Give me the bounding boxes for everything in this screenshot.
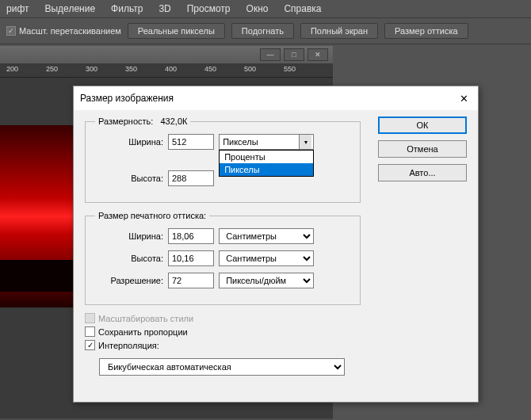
menu-item[interactable]: рифт xyxy=(6,3,29,14)
menu-bar: рифт Выделение Фильтр 3D Просмотр Окно С… xyxy=(0,0,531,17)
width-unit-select[interactable]: Пикселы ▾ xyxy=(219,134,314,150)
print-size-button[interactable]: Размер оттиска xyxy=(384,23,468,39)
print-height-input[interactable] xyxy=(168,250,214,266)
close-icon[interactable]: ✕ xyxy=(308,48,328,61)
checkbox-icon: ✓ xyxy=(85,340,95,350)
auto-button[interactable]: Авто... xyxy=(378,164,467,181)
ruler-tick: 450 xyxy=(204,65,216,73)
actual-pixels-button[interactable]: Реальные пикселы xyxy=(128,23,225,39)
cancel-button[interactable]: Отмена xyxy=(378,140,467,158)
ruler-tick: 550 xyxy=(284,65,296,73)
dialog-buttons: ОК Отмена Авто... xyxy=(378,116,467,181)
interpolation-check[interactable]: ✓ Интерполяция: xyxy=(85,340,467,350)
unit-option-pixels[interactable]: Пикселы xyxy=(220,163,313,176)
maximize-icon[interactable]: □ xyxy=(284,48,304,61)
checkbox-icon xyxy=(85,326,95,337)
print-width-input[interactable] xyxy=(168,228,214,244)
dims-value: 432,0К xyxy=(161,116,188,126)
close-icon[interactable]: ✕ xyxy=(456,90,472,106)
ruler-horizontal: 200 250 300 350 400 450 500 550 xyxy=(0,63,333,78)
doc-titlebar: — □ ✕ xyxy=(0,46,333,63)
ruler-tick: 350 xyxy=(125,65,137,73)
constrain-proportions-check[interactable]: Сохранить пропорции xyxy=(85,326,467,337)
ruler-tick: 300 xyxy=(86,65,97,73)
menu-item[interactable]: Просмотр xyxy=(187,3,231,14)
width-unit-value: Пикселы xyxy=(223,137,258,147)
ok-button[interactable]: ОК xyxy=(378,116,467,134)
scale-drag-label: Масшт. перетаскиванием xyxy=(19,26,121,36)
chevron-down-icon: ▾ xyxy=(299,135,311,149)
resolution-input[interactable] xyxy=(168,273,214,288)
unit-option-percent[interactable]: Проценты xyxy=(220,151,313,163)
pixel-dims-legend: Размерность: 432,0К xyxy=(95,116,190,126)
minimize-icon[interactable]: — xyxy=(260,48,281,61)
resolution-label: Разрешение: xyxy=(95,276,163,285)
width-input[interactable] xyxy=(168,134,214,150)
menu-item[interactable]: Справка xyxy=(284,3,321,14)
dims-label: Размерность: xyxy=(98,116,153,126)
menu-item[interactable]: Окно xyxy=(246,3,269,14)
print-height-unit-select[interactable]: Сантиметры xyxy=(219,250,314,266)
menu-item[interactable]: Выделение xyxy=(44,3,95,14)
dialog-title: Размер изображения xyxy=(80,93,174,104)
resolution-unit-select[interactable]: Пикселы/дюйм xyxy=(219,273,314,288)
print-legend: Размер печатного оттиска: xyxy=(95,211,209,220)
scale-styles-check: Масштабировать стили xyxy=(85,313,467,323)
canvas-image xyxy=(0,125,75,307)
height-input[interactable] xyxy=(168,170,214,186)
constrain-proportions-label: Сохранить пропорции xyxy=(98,327,188,337)
menu-item[interactable]: Фильтр xyxy=(111,3,143,14)
scale-styles-label: Масштабировать стили xyxy=(98,314,193,323)
fit-button[interactable]: Подогнать xyxy=(231,23,294,39)
interpolation-label: Интерполяция: xyxy=(98,341,159,350)
unit-dropdown: Проценты Пикселы xyxy=(219,150,314,177)
checkbox-icon: ✓ xyxy=(6,26,16,36)
checkbox-icon xyxy=(85,313,95,323)
print-size-group: Размер печатного оттиска: Ширина: Сантим… xyxy=(85,211,361,305)
ruler-tick: 200 xyxy=(6,65,18,73)
interpolation-select[interactable]: Бикубическая автоматическая xyxy=(99,358,345,376)
options-bar: ✓ Масшт. перетаскиванием Реальные пиксел… xyxy=(0,17,531,44)
scale-drag-check[interactable]: ✓ Масшт. перетаскиванием xyxy=(6,26,121,36)
pixel-dims-group: Размерность: 432,0К Ширина: Пикселы ▾ Пр… xyxy=(85,116,361,203)
image-size-dialog: Размер изображения ✕ ОК Отмена Авто... Р… xyxy=(73,86,479,403)
print-width-label: Ширина: xyxy=(95,231,163,241)
print-height-label: Высота: xyxy=(95,254,163,263)
print-width-unit-select[interactable]: Сантиметры xyxy=(219,228,314,244)
width-label: Ширина: xyxy=(95,137,163,147)
fullscreen-button[interactable]: Полный экран xyxy=(300,23,378,39)
dialog-titlebar: Размер изображения ✕ xyxy=(74,86,478,110)
ruler-tick: 400 xyxy=(165,65,177,73)
ruler-tick: 500 xyxy=(244,65,256,73)
menu-item[interactable]: 3D xyxy=(159,3,170,14)
height-label: Высота: xyxy=(95,174,163,183)
ruler-tick: 250 xyxy=(46,65,58,73)
